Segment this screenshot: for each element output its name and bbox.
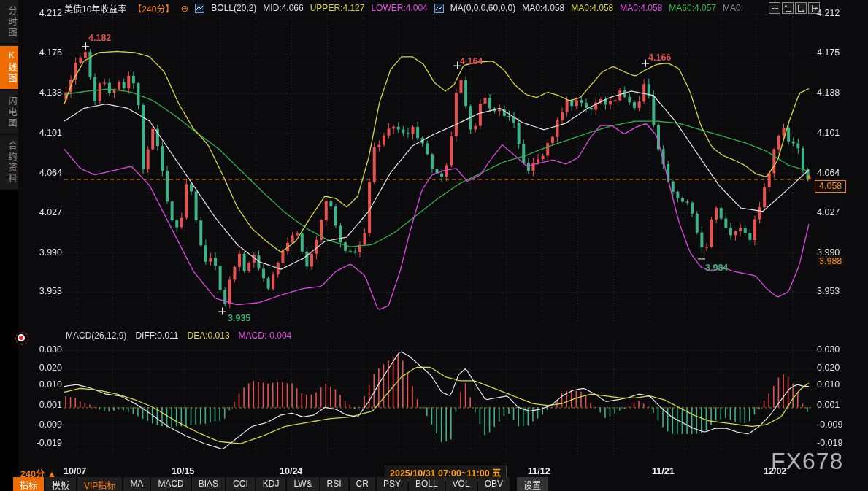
macd-axis-label: 0.020: [18, 363, 62, 373]
macd-axis-label: -0.009: [18, 420, 62, 430]
macd-axis-label: 0.030: [18, 344, 62, 355]
chart-header: 美债10年收益率 【240分】 ⊖ BOLL(20,2) MID:4.066 U…: [64, 1, 743, 15]
period-label: 【240分】: [133, 2, 174, 15]
last-price-arrow-icon: ▲: [806, 173, 813, 180]
macd-dea-value: DEA:0.013: [188, 330, 230, 341]
toolbar-item-rsi[interactable]: RSI: [320, 477, 348, 491]
x-axis-date: 10/24: [280, 466, 302, 476]
y-axis-label: 3.990: [18, 247, 62, 258]
zoom-y-axis-icon[interactable]: [782, 2, 794, 14]
toolbar-item-vip[interactable]: VIP指标: [77, 477, 122, 491]
macd-axis-label-right: -0.009: [817, 420, 842, 430]
macd-value: MACD:-0.004: [239, 330, 292, 341]
toolbar-item-lw[interactable]: LW&: [287, 477, 318, 491]
sidebar: 分时图 K线图 闪电图 合约资料: [0, 0, 18, 491]
sidebar-item-contract-info[interactable]: 合约资料: [0, 136, 18, 190]
annotation-low: 3.935: [228, 313, 250, 323]
prev-close-label: 3.988: [817, 256, 844, 266]
toolbar-item-cr[interactable]: CR: [350, 477, 375, 491]
macd-diff-value: DIFF:0.011: [135, 330, 178, 341]
x-axis-date: 10/15: [172, 466, 194, 476]
macd-axis-label-right: 0.020: [817, 363, 840, 373]
sidebar-item-lightning-chart[interactable]: 闪电图: [0, 92, 18, 135]
last-price-badge: 4.058: [815, 180, 846, 193]
macd-axis-label: -0.019: [18, 438, 62, 448]
toolbar-item-settings[interactable]: 设置: [517, 477, 548, 491]
toolbar-item-macd[interactable]: MACD: [151, 477, 190, 491]
app-window: 分时图 K线图 闪电图 合约资料 美债10年收益率 【240分】 ⊖ BOLL(…: [0, 0, 868, 491]
macd-header: MACD(26,12,9) DIFF:0.011 DEA:0.013 MACD:…: [66, 330, 291, 341]
y-axis-label: 4.138: [18, 88, 62, 98]
y-axis-label-right: 4.064: [817, 168, 840, 178]
macd-axis-label-right: 0.001: [817, 400, 840, 410]
price-chart-canvas[interactable]: [0, 0, 868, 491]
live-indicator-icon: [18, 334, 25, 341]
macd-axis-label: 0.010: [18, 379, 62, 390]
x-axis-date: 11/12: [528, 466, 550, 476]
ma0-magenta-value: MA0:4.058: [620, 3, 662, 13]
y-axis-label: 4.064: [18, 168, 62, 178]
toolbar-item-vol[interactable]: VOL: [446, 477, 477, 491]
mini-chart-icon[interactable]: [195, 4, 204, 13]
y-axis-label-right: 4.027: [817, 207, 840, 217]
y-axis-label-right: 4.212: [817, 8, 840, 18]
annotation-high: 4.166: [648, 53, 671, 63]
crosshair-move-icon[interactable]: [769, 2, 780, 14]
macd-label: MACD(26,12,9): [66, 330, 126, 341]
ma0-white-value: MA0:4.058: [522, 3, 564, 13]
ma60-value: MA60:4.057: [669, 3, 716, 13]
chart-controls: [769, 2, 820, 14]
x-axis-date: 12/02: [764, 466, 786, 476]
x-axis-date: 11/21: [652, 466, 675, 476]
macd-axis-label-right: 0.030: [817, 344, 840, 355]
macd-axis-label-right: 0.010: [817, 379, 840, 390]
toolbar-item-bias[interactable]: BIAS: [192, 477, 225, 491]
ma0-gray-value: MA0:: [723, 3, 743, 13]
toolbar-item-obv[interactable]: OBV: [478, 477, 510, 491]
ma-label: MA(0,0,0,60,0,0): [450, 3, 515, 13]
y-axis-label: 4.101: [18, 128, 62, 138]
boll-mid-value: MID:4.066: [263, 3, 303, 13]
toolbar-item-kdj[interactable]: KDJ: [256, 477, 286, 491]
toolbar-item-cci[interactable]: CCI: [226, 477, 255, 491]
chart-mode-menu: 分时图 K线图 闪电图 合约资料: [0, 0, 18, 190]
y-axis-label-right: 3.953: [817, 286, 840, 296]
boll-label: BOLL(20,2): [211, 3, 256, 13]
y-axis-label-right: 4.175: [817, 47, 840, 58]
boll-upper-value: UPPER:4.127: [310, 3, 365, 13]
ma0-yellow-value: MA0:4.058: [571, 3, 613, 13]
mini-chart-icon[interactable]: [434, 4, 444, 13]
x-axis-date: 10/07: [64, 466, 86, 476]
zoom-x-axis-icon[interactable]: [795, 2, 807, 14]
toolbar-item-psy[interactable]: PSY: [377, 477, 407, 491]
y-axis-label-right: 4.138: [817, 88, 840, 98]
macd-axis-label: 0.001: [18, 400, 62, 410]
sidebar-item-time-chart[interactable]: 分时图: [0, 1, 18, 45]
annotation-low: 3.984: [705, 263, 728, 273]
toolbar-item-boll[interactable]: BOLL: [409, 477, 445, 491]
y-axis-label-right: 4.101: [817, 128, 840, 138]
annotation-high: 4.182: [88, 33, 111, 43]
y-axis-label: 4.212: [18, 8, 62, 18]
collapse-icon[interactable]: ⊖: [180, 3, 188, 14]
y-axis-label: 4.027: [18, 207, 62, 217]
toolbar-item-indicator[interactable]: 指标: [13, 477, 44, 491]
instrument-title: 美债10年收益率: [64, 2, 126, 15]
y-axis-label: 4.175: [18, 47, 62, 58]
annotation-high: 4.164: [460, 56, 483, 66]
indicator-toolbar: 指标 模板 VIP指标 MA MACD BIAS CCI KDJ LW& RSI…: [13, 477, 868, 491]
y-axis-label: 3.953: [18, 286, 62, 296]
toolbar-item-template[interactable]: 模板: [45, 477, 76, 491]
toolbar-item-ma[interactable]: MA: [123, 477, 150, 491]
sidebar-item-kline-chart[interactable]: K线图: [0, 46, 18, 90]
macd-axis-label-right: -0.019: [817, 438, 842, 448]
boll-lower-value: LOWER:4.004: [371, 3, 427, 13]
